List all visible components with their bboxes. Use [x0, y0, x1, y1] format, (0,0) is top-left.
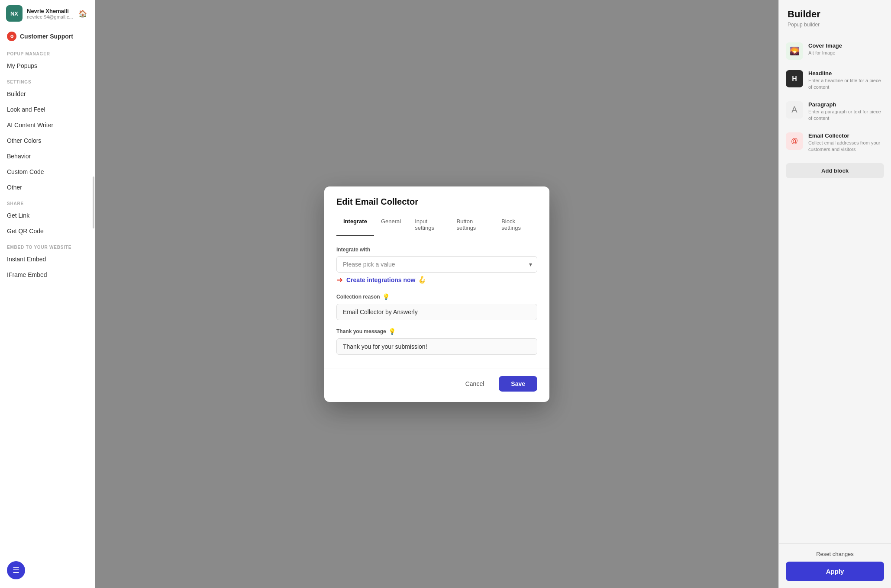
collection-reason-section: Collection reason 💡	[336, 293, 537, 320]
user-name: Nevrie Xhemaili	[27, 8, 73, 14]
sidebar-item-my-popups-label: My Popups	[7, 62, 37, 69]
user-email: nevriee.94@gmail.c...	[27, 14, 73, 19]
sidebar-item-look-and-feel[interactable]: Look and Feel	[0, 102, 95, 117]
sidebar-header: NX Nevrie Xhemaili nevriee.94@gmail.c...…	[0, 0, 95, 27]
right-panel-subtitle: Popup builder	[788, 22, 882, 28]
sidebar-section-embed: EMBED TO YOUR WEBSITE Instant Embed IFra…	[0, 239, 95, 283]
sidebar-item-get-link[interactable]: Get Link	[0, 208, 95, 223]
modal-body: Integrate with Please pick a value ▾ ➜ C…	[324, 236, 549, 369]
tab-integrate[interactable]: Integrate	[336, 214, 374, 236]
email-collector-info: Email Collector Collect email addresses …	[808, 132, 884, 153]
builder-block-paragraph[interactable]: A Paragraph Enter a paragraph or text fo…	[779, 96, 891, 127]
customer-support-icon: ⚙	[7, 32, 16, 41]
thankyou-message-input[interactable]	[336, 338, 537, 355]
modal-title: Edit Email Collector	[336, 197, 537, 207]
sidebar-scrollbar[interactable]	[92, 0, 95, 588]
sidebar-item-behavior[interactable]: Behavior	[0, 148, 95, 164]
email-collector-title: Email Collector	[808, 132, 884, 139]
apply-button[interactable]: Apply	[786, 562, 884, 581]
email-collector-icon: @	[786, 132, 803, 150]
tab-button-settings[interactable]: Button settings	[450, 214, 495, 236]
headline-info: Headline Enter a headline or title for a…	[808, 70, 884, 91]
builder-block-cover-image[interactable]: 🌄 Cover Image Alt for Image	[779, 37, 891, 65]
bulb-icon: 💡	[382, 293, 390, 300]
avatar: NX	[6, 5, 23, 22]
paragraph-desc: Enter a paragraph or text for piece of c…	[808, 109, 884, 122]
sidebar-user: NX Nevrie Xhemaili nevriee.94@gmail.c...	[6, 5, 73, 22]
builder-block-headline[interactable]: H Headline Enter a headline or title for…	[779, 65, 891, 96]
section-label-popup-manager: POPUP MANAGER	[0, 45, 95, 58]
customer-support-label: Customer Support	[20, 33, 73, 40]
edit-email-collector-modal: Edit Email Collector Integrate General I…	[324, 186, 549, 402]
right-panel-footer: Reset changes Apply	[779, 543, 891, 588]
sidebar-item-builder[interactable]: Builder	[0, 86, 95, 102]
thankyou-section: Thank you message 💡	[336, 328, 537, 355]
main-content: ✕ Submit Built with ⚡ Popup Hero Edit Em…	[95, 0, 778, 588]
right-panel: Builder Popup builder 🌄 Cover Image Alt …	[778, 0, 891, 588]
modal-tabs: Integrate General Input settings Button …	[336, 214, 537, 236]
headline-desc: Enter a headline or title for a piece of…	[808, 77, 884, 91]
collection-reason-label: Collection reason	[336, 294, 380, 300]
sidebar-section-popup-manager: POPUP MANAGER My Popups	[0, 45, 95, 74]
integrate-with-label: Integrate with	[336, 247, 537, 253]
sidebar-item-custom-code[interactable]: Custom Code	[0, 164, 95, 180]
reset-changes-label: Reset changes	[786, 551, 884, 557]
sidebar-item-instant-embed[interactable]: Instant Embed	[0, 251, 95, 267]
user-info: Nevrie Xhemaili nevriee.94@gmail.c...	[27, 8, 73, 19]
integrate-with-select[interactable]: Please pick a value	[336, 256, 537, 273]
tab-input-settings[interactable]: Input settings	[408, 214, 449, 236]
email-collector-desc: Collect email addresses from your custom…	[808, 140, 884, 153]
sidebar-scrollbar-thumb	[93, 177, 94, 228]
cover-image-title: Cover Image	[808, 42, 884, 49]
save-button[interactable]: Save	[499, 376, 537, 392]
builder-block-email-collector[interactable]: @ Email Collector Collect email addresse…	[779, 127, 891, 158]
integrate-with-select-wrapper: Please pick a value ▾	[336, 256, 537, 273]
sidebar: NX Nevrie Xhemaili nevriee.94@gmail.c...…	[0, 0, 95, 588]
paragraph-title: Paragraph	[808, 101, 884, 108]
sidebar-item-iframe-embed[interactable]: IFrame Embed	[0, 267, 95, 283]
sidebar-item-get-qr-code[interactable]: Get QR Code	[0, 223, 95, 239]
sidebar-item-other-colors[interactable]: Other Colors	[0, 133, 95, 148]
tab-general[interactable]: General	[374, 214, 408, 236]
right-panel-header: Builder Popup builder	[779, 0, 891, 37]
sidebar-item-customer-support[interactable]: ⚙ Customer Support	[0, 27, 95, 45]
create-integration-link-row: ➜ Create integrations now 🪝	[336, 275, 537, 285]
right-panel-title: Builder	[788, 9, 882, 20]
modal-footer: Cancel Save	[324, 369, 549, 402]
modal-overlay: Edit Email Collector Integrate General I…	[95, 0, 778, 588]
thankyou-label-row: Thank you message 💡	[336, 328, 537, 335]
cover-image-icon: 🌄	[786, 42, 803, 60]
tab-block-settings[interactable]: Block settings	[494, 214, 537, 236]
headline-title: Headline	[808, 70, 884, 77]
sidebar-item-ai-content-writer[interactable]: AI Content Writer	[0, 117, 95, 133]
create-integration-link[interactable]: Create integrations now	[346, 276, 415, 283]
cancel-button[interactable]: Cancel	[456, 376, 494, 392]
bulb-icon-2: 💡	[388, 328, 396, 335]
add-block-button[interactable]: Add block	[786, 163, 884, 178]
section-label-embed: EMBED TO YOUR WEBSITE	[0, 239, 95, 251]
menu-button[interactable]: ☰	[7, 561, 25, 579]
collection-reason-label-row: Collection reason 💡	[336, 293, 537, 300]
sidebar-item-my-popups[interactable]: My Popups	[0, 58, 95, 74]
lightning-icon: 🪝	[418, 276, 426, 284]
sidebar-section-settings: SETTINGS Builder Look and Feel AI Conten…	[0, 74, 95, 195]
red-arrow-icon: ➜	[336, 275, 343, 285]
section-label-share: SHARE	[0, 195, 95, 208]
modal-header: Edit Email Collector Integrate General I…	[324, 186, 549, 236]
headline-icon: H	[786, 70, 803, 87]
sidebar-section-share: SHARE Get Link Get QR Code	[0, 195, 95, 239]
cover-image-desc: Alt for Image	[808, 50, 884, 56]
sidebar-item-other[interactable]: Other	[0, 180, 95, 195]
thankyou-message-label: Thank you message	[336, 328, 386, 334]
section-label-settings: SETTINGS	[0, 74, 95, 86]
collection-reason-input[interactable]	[336, 304, 537, 320]
paragraph-icon: A	[786, 101, 803, 119]
paragraph-info: Paragraph Enter a paragraph or text for …	[808, 101, 884, 122]
cover-image-info: Cover Image Alt for Image	[808, 42, 884, 56]
home-icon[interactable]: 🏠	[77, 7, 89, 19]
